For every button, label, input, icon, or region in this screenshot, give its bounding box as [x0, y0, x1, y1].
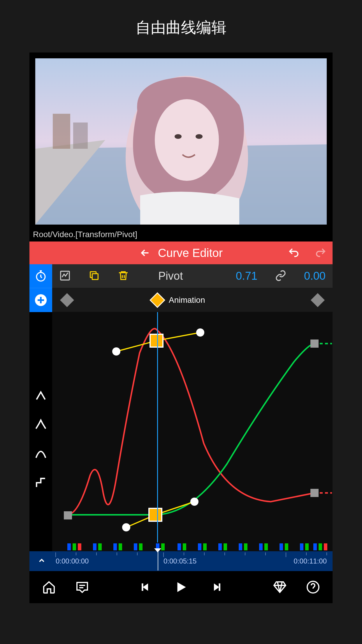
help-icon[interactable] — [305, 579, 321, 595]
timeline[interactable]: 0:00:00:00 0:00:05:15 0:00:11:00 — [29, 551, 333, 571]
svg-point-6 — [196, 134, 203, 139]
redo-icon[interactable] — [314, 247, 327, 259]
svg-rect-1 — [53, 114, 70, 149]
home-icon[interactable] — [41, 579, 57, 595]
link-icon[interactable] — [275, 270, 287, 283]
toolbar: Pivot 0.71 0.00 — [52, 264, 333, 288]
svg-point-4 — [155, 99, 219, 181]
svg-rect-18 — [310, 340, 319, 348]
tool-sharp-icon[interactable] — [34, 417, 48, 432]
editor-body: Pivot 0.71 0.00 Animation — [29, 264, 333, 551]
trash-icon[interactable] — [117, 270, 129, 283]
video-preview[interactable] — [35, 58, 327, 225]
keyframe-row[interactable]: Animation — [52, 288, 333, 312]
titlebar: Curve Editor — [29, 242, 333, 264]
svg-rect-20 — [150, 334, 163, 347]
svg-point-24 — [122, 523, 130, 531]
left-rail — [29, 264, 52, 551]
app-frame: Root/Video.[Transform/Pivot] Curve Edito… — [29, 52, 333, 603]
play-icon[interactable] — [173, 579, 189, 595]
keyframe-label: Animation — [169, 295, 205, 305]
toolbar-value-a[interactable]: 0.71 — [236, 270, 257, 282]
preview-placeholder — [35, 58, 327, 225]
svg-point-5 — [175, 134, 182, 139]
toolbar-property-label: Pivot — [158, 270, 183, 282]
keyframe-diamond-end[interactable] — [311, 293, 325, 307]
main-panel: Pivot 0.71 0.00 Animation — [52, 264, 333, 551]
timeline-ticks — [29, 551, 333, 571]
page-title: 自由曲线编辑 — [0, 0, 362, 52]
tool-bezier-icon[interactable] — [34, 446, 48, 461]
toolbar-value-b[interactable]: 0.00 — [304, 270, 326, 282]
undo-icon[interactable] — [288, 247, 300, 259]
rail-clock-button[interactable] — [29, 264, 52, 288]
keyframe-diamond-current[interactable] — [150, 292, 165, 308]
svg-point-25 — [190, 498, 198, 506]
chart-icon[interactable] — [59, 270, 71, 283]
step-forward-icon[interactable] — [209, 579, 225, 595]
playhead-line[interactable] — [157, 312, 158, 542]
svg-point-23 — [196, 328, 204, 337]
marker-strip — [52, 542, 333, 551]
back-arrow-icon[interactable] — [139, 247, 151, 259]
svg-rect-17 — [64, 511, 72, 519]
tool-linear-icon[interactable] — [34, 388, 48, 402]
svg-rect-21 — [149, 508, 162, 521]
tool-step-icon[interactable] — [34, 475, 48, 490]
titlebar-title: Curve Editor — [158, 246, 223, 260]
svg-point-22 — [112, 347, 120, 356]
copy-icon[interactable] — [88, 270, 100, 283]
svg-rect-2 — [73, 123, 88, 149]
keyframe-diamond-start[interactable] — [60, 293, 74, 307]
breadcrumb: Root/Video.[Transform/Pivot] — [29, 228, 333, 242]
diamond-icon[interactable] — [272, 579, 288, 595]
step-back-icon[interactable] — [137, 579, 153, 595]
svg-rect-10 — [92, 274, 98, 279]
curve-canvas[interactable] — [52, 312, 333, 542]
bottom-bar — [29, 571, 333, 603]
comment-icon[interactable] — [74, 579, 90, 595]
rail-add-button[interactable] — [29, 288, 52, 312]
svg-rect-19 — [310, 489, 319, 497]
